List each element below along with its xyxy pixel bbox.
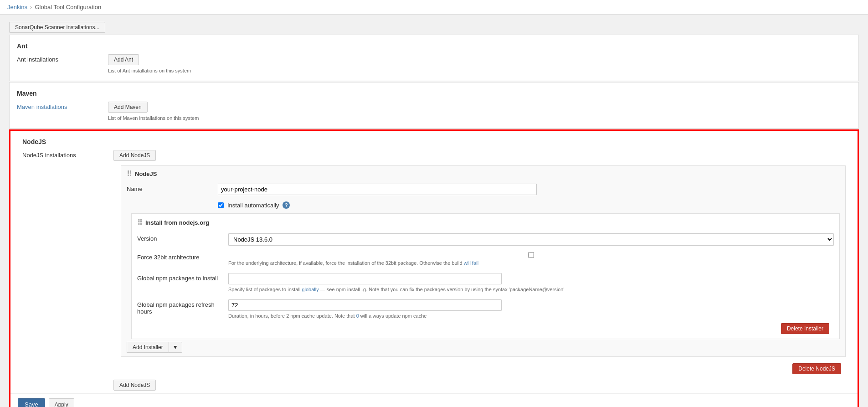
nodejs-installations-label: NodeJS installations: [22, 150, 113, 159]
delete-installer-row: Delete Installer: [137, 323, 834, 334]
npm-refresh-input[interactable]: [228, 299, 502, 311]
ant-section: Ant Ant installations Add Ant List of An…: [9, 35, 859, 81]
install-from-subsection: ⠿ Install from nodejs.org Version NodeJS…: [131, 213, 840, 339]
nodejs-subsection-title: ⠿ NodeJS: [127, 170, 840, 178]
globally-link[interactable]: globally: [302, 287, 318, 292]
install-automatically-label: Install automatically: [227, 202, 279, 209]
maven-installations-label[interactable]: Maven installations: [17, 102, 108, 110]
main-content: SonarQube Scanner installations... Ant A…: [0, 15, 868, 407]
zero-link[interactable]: 0: [356, 313, 359, 319]
delete-nodejs-button[interactable]: Delete NodeJS: [792, 363, 841, 374]
add-nodejs-bottom-wrap: Add NodeJS: [113, 380, 846, 391]
version-controls: NodeJS 13.6.0 NodeJS 13.5.0 NodeJS 13.4.…: [228, 233, 834, 246]
global-npm-controls: Specify list of packages to install glob…: [228, 273, 834, 292]
nodejs-subsection-name: NodeJS: [135, 170, 157, 177]
maven-help-text: List of Maven installations on this syst…: [108, 115, 851, 121]
add-nodejs-top-button[interactable]: Add NodeJS: [113, 150, 156, 161]
global-npm-label: Global npm packages to install: [137, 273, 228, 282]
sonarqube-scanner-button[interactable]: SonarQube Scanner installations...: [9, 22, 105, 33]
breadcrumb-jenkins-link[interactable]: Jenkins: [7, 4, 27, 10]
global-npm-row: Global npm packages to install Specify l…: [137, 271, 834, 294]
force-32bit-help: For the underlying architecture, if avai…: [228, 260, 834, 266]
force-32bit-controls: For the underlying architecture, if avai…: [228, 252, 834, 266]
add-installer-dropdown-button[interactable]: ▼: [169, 342, 182, 353]
nodejs-subsection: ⠿ NodeJS Name In: [121, 165, 846, 357]
install-from-drag-handle: ⠿: [137, 218, 143, 227]
name-label: Name: [127, 184, 218, 192]
name-row: Name: [127, 182, 840, 197]
add-ant-button[interactable]: Add Ant: [108, 54, 139, 65]
will-fail-link[interactable]: will fail: [464, 260, 478, 266]
npm-refresh-label: Global npm packages refresh hours: [137, 299, 228, 315]
version-label: Version: [137, 233, 228, 242]
nodejs-section: NodeJS NodeJS installations Add NodeJS ⠿…: [9, 129, 859, 407]
bottom-buttons: Save Apply: [10, 393, 858, 407]
install-automatically-row: Install automatically ?: [218, 200, 840, 211]
add-nodejs-bottom-button[interactable]: Add NodeJS: [113, 380, 156, 391]
add-installer-split: Add Installer ▼: [127, 342, 840, 353]
maven-section-title: Maven: [10, 87, 858, 99]
add-installer-wrap: Add Installer ▼: [127, 342, 840, 353]
ant-installations-controls: Add Ant List of Ant installations on thi…: [108, 54, 851, 73]
delete-installer-button[interactable]: Delete Installer: [781, 323, 829, 334]
npm-refresh-controls: Duration, in hours, before 2 npm cache u…: [228, 299, 834, 319]
npm-refresh-row: Global npm packages refresh hours Durati…: [137, 298, 834, 320]
add-installer-button[interactable]: Add Installer: [127, 342, 169, 353]
global-npm-help: Specify list of packages to install glob…: [228, 287, 834, 292]
ant-installations-row: Ant installations Add Ant List of Ant in…: [10, 52, 858, 76]
ant-installations-label: Ant installations: [17, 54, 108, 63]
breadcrumb: Jenkins › Global Tool Configuration: [0, 0, 868, 15]
global-npm-input[interactable]: [228, 273, 502, 284]
install-from-title: Install from nodejs.org: [145, 219, 209, 226]
npm-refresh-help: Duration, in hours, before 2 npm cache u…: [228, 313, 834, 319]
nodejs-inner: NodeJS NodeJS installations Add NodeJS ⠿…: [10, 135, 858, 393]
name-controls: [218, 184, 840, 195]
maven-installations-row: Maven installations Add Maven List of Ma…: [10, 99, 858, 124]
version-select[interactable]: NodeJS 13.6.0 NodeJS 13.5.0 NodeJS 13.4.…: [228, 233, 834, 246]
apply-button[interactable]: Apply: [49, 398, 74, 407]
maven-section: Maven Maven installations Add Maven List…: [9, 82, 859, 129]
help-icon[interactable]: ?: [282, 201, 290, 209]
install-from-title-row: ⠿ Install from nodejs.org: [137, 218, 834, 227]
nodejs-section-title: NodeJS: [15, 135, 853, 147]
install-automatically-checkbox[interactable]: [218, 202, 224, 208]
maven-installations-controls: Add Maven List of Maven installations on…: [108, 102, 851, 121]
sonarqube-row: SonarQube Scanner installations...: [9, 19, 859, 35]
breadcrumb-current-page: Global Tool Configuration: [35, 4, 101, 10]
ant-help-text: List of Ant installations on this system: [108, 68, 851, 73]
nodejs-installations-row: NodeJS installations Add NodeJS ⠿ NodeJS: [15, 147, 853, 393]
delete-nodejs-row: Delete NodeJS: [113, 363, 846, 374]
will-text: will: [360, 313, 367, 319]
nodejs-installations-controls: Add NodeJS ⠿ NodeJS Name: [113, 150, 846, 391]
version-row: Version NodeJS 13.6.0 NodeJS 13.5.0 Node…: [137, 232, 834, 247]
force-32bit-label: Force 32bit architecture: [137, 252, 228, 261]
save-button[interactable]: Save: [18, 398, 45, 407]
name-input[interactable]: [218, 184, 537, 195]
breadcrumb-separator: ›: [30, 4, 32, 10]
force-32bit-checkbox[interactable]: [228, 252, 834, 258]
ant-section-title: Ant: [10, 40, 858, 52]
add-maven-button[interactable]: Add Maven: [108, 102, 148, 113]
force-32bit-row: Force 32bit architecture For the underly…: [137, 250, 834, 268]
drag-handle-icon: ⠿: [127, 170, 132, 178]
